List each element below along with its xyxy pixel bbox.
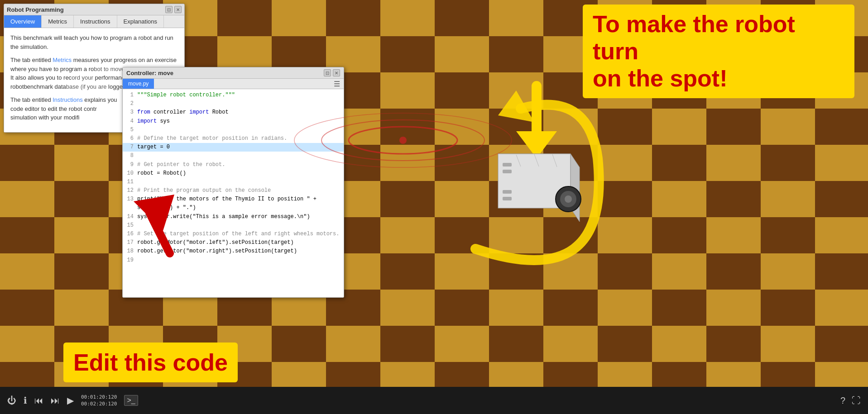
tab-explanations[interactable]: Explanations: [117, 15, 164, 28]
help-icon[interactable]: ?: [840, 395, 845, 406]
fullscreen-icon[interactable]: ⛶: [852, 395, 861, 406]
controller-resize-button[interactable]: ⊡: [324, 69, 331, 76]
panel-close-button[interactable]: ✕: [174, 6, 182, 13]
tab-move-py[interactable]: move.py: [123, 79, 154, 89]
bottom-right-icons: ? ⛶: [840, 395, 861, 406]
panel-titlebar: Robot Programming ⊡ ✕: [4, 4, 184, 15]
code-editor[interactable]: 1"""Simple robot controller."""23from co…: [123, 89, 344, 297]
controller-titlebar: Controller: move ⊡ ✕: [123, 67, 344, 79]
info-icon[interactable]: ℹ: [24, 395, 27, 406]
time2: 00:02:20:120: [81, 400, 117, 407]
time-display: 00:01:20:120 00:02:20:120: [81, 394, 117, 408]
play-icon[interactable]: ▶: [67, 395, 74, 406]
edit-text: Edit this code: [73, 349, 228, 376]
controller-tabs: move.py ☰: [123, 79, 344, 89]
power-icon[interactable]: ⏻: [7, 395, 16, 406]
skip-forward-icon[interactable]: ⏭: [51, 395, 60, 406]
controller-menu-icon[interactable]: ☰: [334, 80, 340, 88]
skip-back-icon[interactable]: ⏮: [34, 395, 43, 406]
tab-instructions[interactable]: Instructions: [74, 15, 117, 28]
controller-panel: Controller: move ⊡ ✕ move.py ☰ 1"""Simpl…: [122, 67, 344, 298]
instructions-link[interactable]: Instructions: [53, 96, 82, 103]
controller-title: Controller: move: [126, 70, 173, 76]
overview-para-1: This benchmark will teach you how to pro…: [10, 33, 178, 51]
turn-annotation: To make the robot turnon the spot!: [583, 5, 854, 98]
terminal-icon[interactable]: >_: [124, 395, 138, 406]
controller-close-button[interactable]: ✕: [333, 69, 340, 76]
turn-text: To make the robot turnon the spot!: [593, 11, 795, 91]
panel-tabs: Overview Metrics Instructions Explanatio…: [4, 15, 184, 28]
time1: 00:01:20:120: [81, 394, 117, 400]
tab-overview[interactable]: Overview: [4, 15, 42, 28]
controller-controls: ⊡ ✕: [324, 69, 340, 76]
panel-title: Robot Programming: [7, 6, 64, 13]
tab-metrics[interactable]: Metrics: [42, 15, 74, 28]
bottom-toolbar: ⏻ ℹ ⏮ ⏭ ▶ 00:01:20:120 00:02:20:120 >_ ?…: [0, 387, 868, 414]
panel-resize-button[interactable]: ⊡: [165, 6, 173, 13]
panel-controls: ⊡ ✕: [165, 6, 182, 13]
metrics-link[interactable]: Metrics: [53, 57, 72, 63]
edit-annotation: Edit this code: [63, 343, 238, 382]
